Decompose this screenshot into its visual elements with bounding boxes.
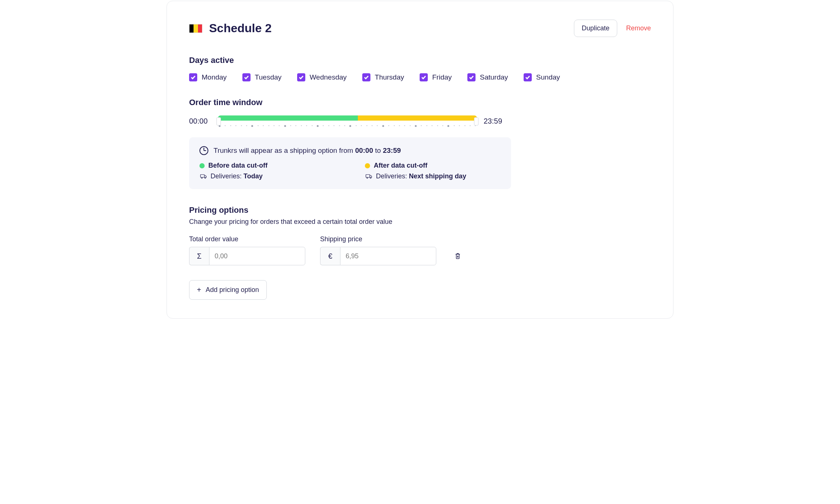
day-label: Monday: [202, 73, 227, 81]
info-text-prefix: Trunkrs will appear as a shipping option…: [214, 147, 355, 154]
sigma-icon: Σ: [189, 247, 209, 265]
pricing-row: Total order value Σ Shipping price €: [189, 235, 651, 265]
shipping-price-label: Shipping price: [320, 235, 436, 243]
day-label: Friday: [432, 73, 452, 81]
truck-icon: [366, 174, 372, 179]
schedule-card: Schedule 2 Duplicate Remove Days active …: [167, 1, 673, 319]
total-order-field: Total order value Σ: [189, 235, 305, 265]
add-pricing-label: Add pricing option: [206, 286, 259, 294]
header-actions: Duplicate Remove: [574, 20, 651, 37]
day-label: Wednesday: [310, 73, 347, 81]
title-wrap: Schedule 2: [189, 21, 272, 35]
total-order-group: Σ: [189, 247, 305, 265]
add-pricing-button[interactable]: + Add pricing option: [189, 280, 267, 300]
info-time-from: 00:00: [355, 147, 373, 154]
cutoff-before-title: Before data cut-off: [199, 162, 335, 169]
delivery-before: Deliveries: Today: [199, 172, 335, 180]
shipping-price-group: €: [320, 247, 436, 265]
svg-rect-0: [201, 174, 205, 177]
svg-point-2: [205, 177, 206, 178]
info-col-before: Before data cut-off Deliveries: Today: [199, 162, 335, 180]
day-friday: Friday: [420, 73, 452, 81]
delivery-after: Deliveries: Next shipping day: [365, 172, 501, 180]
time-window: 00:00 23:59: [189, 115, 651, 127]
total-order-label: Total order value: [189, 235, 305, 243]
info-box: Trunkrs will appear as a shipping option…: [189, 137, 511, 189]
dot-green-icon: [199, 163, 205, 168]
info-head: Trunkrs will appear as a shipping option…: [199, 146, 501, 155]
days-row: Monday Tuesday Wednesday Thursday Friday…: [189, 73, 651, 81]
svg-point-4: [367, 177, 368, 178]
day-tuesday: Tuesday: [242, 73, 282, 81]
remove-button[interactable]: Remove: [626, 24, 651, 32]
after-title-text: After data cut-off: [374, 162, 427, 169]
checkbox-monday[interactable]: [189, 73, 197, 81]
pricing-sub: Change your pricing for orders that exce…: [189, 218, 651, 226]
info-text: Trunkrs will appear as a shipping option…: [214, 147, 401, 155]
time-from-label: 00:00: [189, 117, 211, 125]
time-slider[interactable]: [218, 115, 477, 127]
info-text-mid: to: [373, 147, 383, 154]
slider-segment-green: [218, 115, 358, 121]
pricing-heading: Pricing options: [189, 205, 651, 215]
day-sunday: Sunday: [524, 73, 560, 81]
info-cols: Before data cut-off Deliveries: Today Af…: [199, 162, 501, 180]
card-header: Schedule 2 Duplicate Remove: [189, 20, 651, 37]
checkbox-wednesday[interactable]: [297, 73, 305, 81]
days-active-heading: Days active: [189, 56, 651, 65]
info-time-to: 23:59: [383, 147, 401, 154]
flag-belgium-icon: [189, 24, 202, 33]
day-saturday: Saturday: [467, 73, 508, 81]
day-thursday: Thursday: [362, 73, 404, 81]
total-order-input[interactable]: [209, 247, 305, 265]
delete-pricing-button[interactable]: [451, 247, 464, 265]
delivery-after-text: Deliveries: Next shipping day: [376, 172, 466, 180]
checkbox-tuesday[interactable]: [242, 73, 251, 81]
svg-point-1: [201, 177, 202, 178]
plus-icon: +: [197, 286, 201, 294]
day-wednesday: Wednesday: [297, 73, 347, 81]
slider-handle-left[interactable]: [216, 117, 221, 125]
svg-rect-3: [366, 174, 370, 177]
checkbox-saturday[interactable]: [467, 73, 476, 81]
euro-icon: €: [320, 247, 340, 265]
cutoff-after-title: After data cut-off: [365, 162, 501, 169]
trash-icon: [455, 253, 461, 259]
slider-handle-right[interactable]: [474, 117, 478, 125]
info-col-after: After data cut-off Deliveries: Next ship…: [365, 162, 501, 180]
shipping-price-field: Shipping price €: [320, 235, 436, 265]
day-label: Sunday: [536, 73, 560, 81]
day-monday: Monday: [189, 73, 227, 81]
day-label: Tuesday: [255, 73, 282, 81]
slider-segment-yellow: [358, 115, 477, 121]
delivery-before-text: Deliveries: Today: [211, 172, 263, 180]
clock-icon: [199, 146, 208, 155]
schedule-title: Schedule 2: [209, 21, 272, 35]
time-to-label: 23:59: [484, 117, 506, 125]
svg-point-5: [370, 177, 371, 178]
duplicate-button[interactable]: Duplicate: [574, 20, 617, 37]
slider-ticks: [218, 121, 477, 127]
slider-track: [218, 115, 477, 121]
truck-icon: [200, 174, 207, 179]
day-label: Thursday: [375, 73, 404, 81]
day-label: Saturday: [480, 73, 508, 81]
checkbox-friday[interactable]: [420, 73, 428, 81]
checkbox-sunday[interactable]: [524, 73, 532, 81]
slider-wrap: 00:00 23:59: [189, 115, 651, 127]
time-window-heading: Order time window: [189, 98, 651, 107]
dot-yellow-icon: [365, 163, 370, 168]
before-title-text: Before data cut-off: [208, 162, 268, 169]
shipping-price-input[interactable]: [340, 247, 436, 265]
checkbox-thursday[interactable]: [362, 73, 370, 81]
